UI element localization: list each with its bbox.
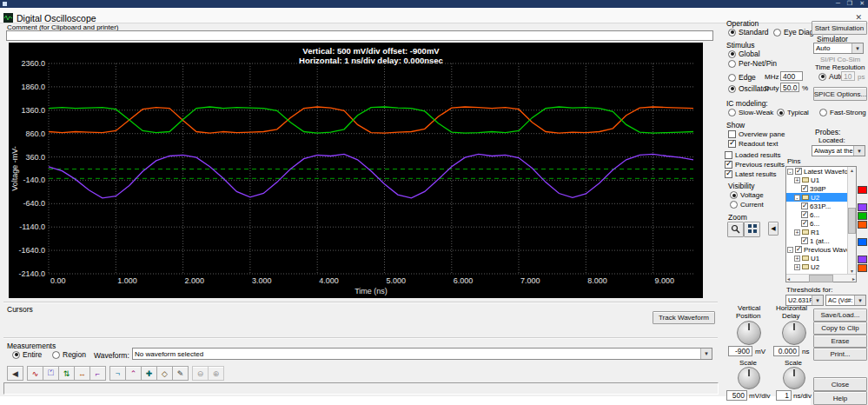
measure-period-button[interactable]: ⏍: [43, 366, 59, 381]
readout-text-checkbox[interactable]: Readout text: [728, 140, 778, 148]
scrollbar-thumb[interactable]: [848, 208, 856, 234]
vertical-scale-knob[interactable]: [738, 367, 760, 389]
tree-checkbox[interactable]: [801, 237, 808, 244]
vertical-scale-field[interactable]: 500: [726, 390, 747, 401]
pin-tree-row[interactable]: 1 (at...: [786, 236, 847, 245]
vertical-position-knob[interactable]: [737, 321, 761, 345]
scroll-up-icon[interactable]: ▴: [851, 167, 853, 173]
visibility-current-radio[interactable]: Current: [730, 201, 764, 209]
pins-horizontal-scrollbar[interactable]: ◂ ▸: [786, 274, 856, 282]
trace-color-swatch[interactable]: [858, 221, 867, 229]
track-waveform-button[interactable]: Track Waveform: [653, 311, 715, 324]
parent-close-icon[interactable]: ✕: [859, 0, 865, 7]
scroll-down-icon[interactable]: ▾: [851, 268, 853, 274]
trace-color-swatch[interactable]: [858, 264, 867, 272]
threshold-value-select[interactable]: AC (Vd#: 0.1V / -0.1V) ▾: [825, 295, 866, 306]
collapse-panel-button[interactable]: ◀: [768, 222, 779, 236]
pin-tree-row[interactable]: 6...: [786, 219, 847, 228]
pin-tree-row[interactable]: 631P...: [786, 202, 847, 210]
pin-tree-row[interactable]: -U2: [786, 193, 847, 202]
latest-results-checkbox[interactable]: Latest results: [725, 170, 777, 178]
copy-to-clip-button[interactable]: Copy to Clip: [813, 322, 867, 335]
spice-options-button[interactable]: SPICE Options...: [813, 87, 867, 101]
pin-tree-row[interactable]: 6...: [786, 210, 847, 219]
horizontal-scale-field[interactable]: 1: [776, 390, 792, 401]
erase-button[interactable]: Erase: [813, 335, 867, 348]
loaded-results-checkbox[interactable]: Loaded results: [725, 151, 780, 159]
tree-checkbox[interactable]: [801, 220, 808, 227]
stimulus-global-radio[interactable]: Global: [728, 50, 760, 58]
pin-tree-row[interactable]: -Previous Wave...: [786, 245, 847, 254]
vertical-position-field[interactable]: -900: [728, 346, 752, 356]
parent-restore-icon[interactable]: ❐: [847, 0, 852, 7]
duty-field[interactable]: 50.0: [780, 83, 799, 92]
scroll-left-icon[interactable]: ◂: [787, 276, 790, 282]
pin-tree-row[interactable]: +U2: [786, 262, 847, 271]
visibility-voltage-radio[interactable]: Voltage: [730, 191, 764, 199]
measure-region-radio[interactable]: Region: [52, 350, 86, 359]
waveform-select[interactable]: No waveform selected ▾: [132, 348, 712, 360]
measure-width-button[interactable]: ↔: [74, 366, 90, 381]
trace-color-swatch[interactable]: [858, 186, 867, 194]
measure-frequency-button[interactable]: ∿: [27, 366, 43, 381]
help-button[interactable]: Help: [813, 391, 867, 405]
horizontal-scale-knob[interactable]: [783, 367, 805, 389]
measure-fall-time-button[interactable]: ¬: [109, 366, 126, 381]
zoom-tool-button[interactable]: [727, 222, 744, 237]
operation-standard-radio[interactable]: Standard: [728, 28, 769, 37]
trace-color-swatch[interactable]: [858, 256, 867, 263]
tree-collapse-icon[interactable]: -: [787, 247, 793, 253]
scrollbar-thumb[interactable]: [809, 275, 833, 282]
trace-color-swatch[interactable]: [858, 212, 867, 220]
stimulus-oscillator-radio[interactable]: Oscillator: [728, 84, 769, 93]
tree-checkbox[interactable]: [801, 211, 808, 218]
mhz-field[interactable]: 400: [780, 71, 803, 81]
pin-tree-row[interactable]: +R1: [786, 228, 847, 236]
tree-collapse-icon[interactable]: -: [794, 195, 800, 201]
horizontal-delay-knob[interactable]: [782, 321, 806, 345]
pin-tree-row[interactable]: -Latest Wavefor...: [786, 167, 847, 176]
pin-tree-row[interactable]: +U1: [786, 176, 847, 184]
close-button[interactable]: Close: [813, 377, 867, 391]
measure-amplitude-button[interactable]: ⇅: [58, 366, 75, 381]
parent-minimize-icon[interactable]: ─: [836, 0, 840, 7]
pins-vertical-scrollbar[interactable]: ▴ ▾: [847, 167, 856, 274]
save-load-button[interactable]: Save/Load...: [813, 309, 867, 322]
comment-input[interactable]: [6, 30, 713, 41]
zoom-fit-button[interactable]: [744, 222, 760, 237]
time-resolution-value-field[interactable]: 10: [841, 71, 855, 81]
simulator-mode-select[interactable]: Auto ▾: [813, 43, 864, 54]
scroll-right-icon[interactable]: ▸: [852, 276, 855, 282]
start-simulation-button[interactable]: Start Simulation: [812, 21, 867, 35]
probe-location-select[interactable]: Always at the pin ▾: [812, 145, 865, 156]
scroll-left-button[interactable]: ◀: [7, 366, 23, 381]
tree-collapse-icon[interactable]: -: [787, 169, 793, 175]
overview-pane-checkbox[interactable]: Overview pane: [728, 130, 785, 138]
ic-typical-radio[interactable]: Typical: [777, 109, 809, 116]
tree-checkbox[interactable]: [801, 185, 808, 192]
tree-expand-icon[interactable]: +: [794, 256, 800, 262]
previous-results-checkbox[interactable]: Previous results: [725, 161, 785, 169]
pin-tree-row[interactable]: 398P: [786, 184, 847, 193]
pin-tree-row[interactable]: +U1: [786, 254, 847, 262]
tree-checkbox[interactable]: [795, 246, 802, 253]
trace-color-swatch[interactable]: [858, 238, 867, 246]
measure-rise-time-button[interactable]: ⌐: [89, 366, 106, 381]
tree-expand-icon[interactable]: +: [794, 229, 800, 236]
print-button[interactable]: Print...: [813, 348, 867, 361]
oscilloscope-display[interactable]: 2360.01860.01360.0860.0360.0-140.0-640.0…: [9, 43, 703, 298]
ic-slow-weak-radio[interactable]: Slow-Weak: [728, 109, 773, 116]
measure-eye-button[interactable]: ◇: [156, 366, 173, 381]
measure-overshoot-button[interactable]: ⌃: [125, 366, 142, 381]
trace-color-swatch[interactable]: [858, 203, 867, 211]
tree-checkbox[interactable]: [801, 202, 808, 209]
stimulus-pernet-radio[interactable]: Per-Net/Pin: [728, 59, 777, 68]
annotate-button[interactable]: ✎: [172, 366, 189, 381]
pins-tree-panel[interactable]: -Latest Wavefor...+U1398P-U2631P...6...6…: [785, 166, 857, 282]
measure-crossing-button[interactable]: ✚: [141, 366, 157, 381]
ic-fast-strong-radio[interactable]: Fast-Strong: [819, 109, 866, 116]
stimulus-edge-radio[interactable]: Edge: [728, 73, 756, 82]
tree-checkbox[interactable]: [795, 168, 802, 175]
measure-entire-radio[interactable]: Entire: [12, 350, 42, 359]
tree-expand-icon[interactable]: +: [794, 264, 800, 270]
